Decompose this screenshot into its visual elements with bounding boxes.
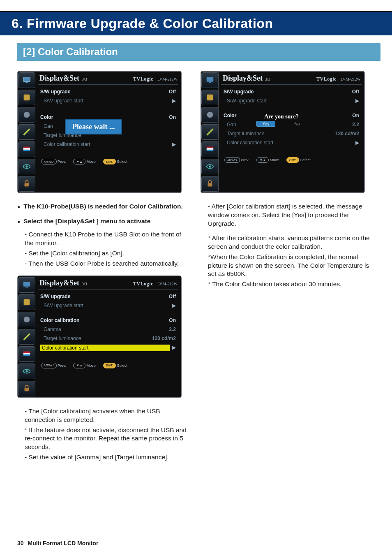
- osd-screenshot-2: Display&Set 3/3 TVLogic LVM-212W S/W upg…: [17, 276, 182, 398]
- target-luminance-value: 120 cd/m2: [335, 131, 359, 137]
- section-title-bar: [2] Color Calibration: [17, 43, 380, 61]
- note-patterns: * After the calibration starts, various …: [208, 234, 375, 251]
- move-pill: ▼▲: [256, 157, 269, 163]
- color-cal-start-label: Color calibration start: [40, 141, 170, 147]
- osd-icon-strip: [18, 72, 35, 192]
- please-wait-dialog: Please wait ...: [65, 119, 122, 134]
- tools-icon: [201, 107, 219, 123]
- svg-rect-11: [25, 287, 28, 287]
- color-cal-start-highlighted[interactable]: Color calibration start: [40, 345, 170, 351]
- svg-rect-1: [25, 82, 28, 83]
- osd-model: LVM-212W: [341, 77, 361, 81]
- gamma-value: 2.2: [169, 326, 176, 332]
- lock-icon: [18, 176, 35, 192]
- svg-rect-9: [25, 183, 29, 186]
- note-completed: *When the Color Calibration is completed…: [208, 253, 375, 279]
- svg-point-28: [209, 165, 211, 168]
- monitor-icon: [18, 72, 35, 88]
- sw-upgrade-label: S/W upgrade: [224, 89, 352, 95]
- svg-rect-25: [207, 148, 214, 150]
- gan-label-prefix: Gan: [44, 123, 53, 129]
- select-label: Select: [300, 158, 311, 162]
- svg-rect-2: [24, 95, 30, 101]
- target-luminance-label: Target luminance: [40, 336, 152, 341]
- osd-brand: TVLogic: [133, 76, 153, 82]
- osd-icon-strip: [18, 276, 35, 397]
- color-cal-value: On: [169, 114, 176, 120]
- gamma-value: 2.2: [352, 122, 359, 127]
- flag-icon: [201, 141, 219, 157]
- sw-upgrade-start-label: S/W upgrade start: [40, 98, 170, 104]
- chevron-right-icon: ▶: [172, 141, 176, 147]
- svg-point-3: [24, 112, 30, 118]
- sw-upgrade-label: S/W upgrade: [40, 294, 169, 299]
- menu-pill: MENU: [41, 363, 57, 368]
- chevron-right-icon: ▶: [172, 345, 176, 351]
- osd-page-indicator: 3/3: [265, 77, 270, 81]
- step-connect: - Connect the K10 Probe to the USB Slot …: [25, 230, 191, 248]
- ent-pill: ENT.: [286, 157, 300, 163]
- eye-icon: [201, 159, 219, 174]
- yes-button[interactable]: Yes: [256, 121, 275, 127]
- marker-icon: [201, 124, 219, 140]
- doc-title: Multi Format LCD Monitor: [28, 540, 98, 546]
- color-cal-start-label: Color calibration start: [224, 140, 353, 146]
- ent-pill: ENT.: [103, 363, 116, 368]
- osd-screenshot-3: Display&Set 3/3 TVLogic LVM-212W S/W upg…: [201, 71, 365, 193]
- svg-rect-14: [23, 351, 30, 353]
- sw-upgrade-start-label: S/W upgrade start: [224, 98, 353, 104]
- svg-rect-24: [207, 147, 214, 148]
- osd-icon-strip: [201, 72, 219, 192]
- chevron-right-icon: ▶: [172, 98, 176, 104]
- are-you-sure-dialog: Are you sure? Yes No: [256, 113, 307, 127]
- ent-pill: ENT.: [103, 159, 116, 164]
- select-label: Select: [117, 363, 127, 367]
- select-label: Select: [117, 160, 127, 164]
- target-luminance-label: Target luminance: [224, 131, 335, 137]
- osd-page-indicator: 3/3: [82, 282, 87, 286]
- svg-rect-19: [25, 388, 29, 391]
- color-cal-label: Color calibration: [40, 317, 169, 323]
- gan-label-prefix: Gan: [227, 122, 236, 127]
- svg-point-13: [24, 316, 30, 322]
- chevron-right-icon: ▶: [172, 303, 176, 308]
- move-label: Move: [87, 160, 96, 164]
- menu-pill: MENU: [41, 159, 57, 164]
- page-footer: 30 Multi Format LCD Monitor: [17, 540, 98, 546]
- svg-rect-29: [208, 183, 212, 186]
- no-button[interactable]: No: [288, 121, 307, 127]
- palette-icon: [18, 90, 35, 105]
- svg-rect-6: [23, 150, 30, 151]
- svg-rect-21: [209, 82, 211, 83]
- move-label: Move: [87, 363, 96, 367]
- svg-rect-26: [207, 150, 214, 151]
- svg-rect-16: [23, 354, 30, 356]
- prev-label: Prev.: [58, 160, 66, 164]
- body-text-block-2: - The [Color calibration] activates when…: [17, 407, 191, 462]
- osd-brand: TVLogic: [133, 281, 153, 287]
- are-you-sure-text: Are you sure?: [256, 113, 307, 120]
- sw-upgrade-value: Off: [352, 89, 359, 95]
- body-text-block-1: The K10-Probe(USB) is needed for Color C…: [17, 202, 191, 268]
- eye-icon: [18, 364, 35, 379]
- chevron-right-icon: ▶: [355, 98, 359, 104]
- svg-point-8: [25, 165, 28, 168]
- svg-rect-10: [23, 282, 30, 286]
- color-label-prefix: Color: [40, 114, 53, 120]
- palette-icon: [18, 294, 35, 310]
- color-cal-value: On: [352, 113, 359, 118]
- move-label: Move: [270, 158, 279, 162]
- svg-rect-22: [207, 95, 213, 101]
- section-title: [2] Color Calibration: [23, 46, 375, 58]
- monitor-icon: [18, 277, 35, 293]
- svg-rect-15: [23, 353, 30, 354]
- osd-title: Display&Set: [39, 74, 79, 83]
- color-label-prefix: Color: [224, 113, 236, 118]
- osd-model: LVM-212W: [157, 77, 178, 81]
- sw-upgrade-value: Off: [169, 89, 176, 95]
- osd-title: Display&Set: [223, 74, 263, 83]
- target-luminance-value: 120 cd/m2: [152, 336, 176, 341]
- eye-icon: [18, 159, 35, 174]
- step-activates: - The [Color calibration] activates when…: [25, 407, 191, 424]
- tools-icon: [18, 107, 35, 123]
